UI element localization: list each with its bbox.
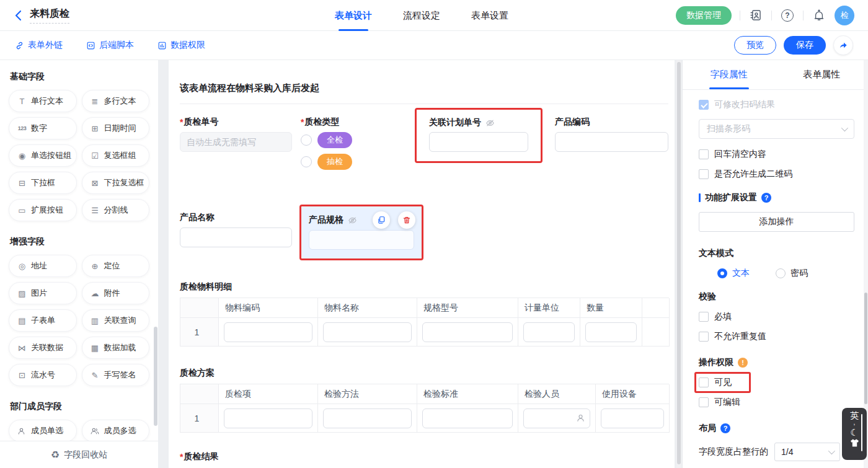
external-link-button[interactable]: 表单外链 [15, 40, 63, 51]
contact-book-icon[interactable] [748, 8, 763, 23]
radio-text-mode-password[interactable]: 密码 [776, 268, 808, 279]
canvas-scrollbar[interactable] [676, 60, 681, 468]
help-icon[interactable]: ? [761, 193, 771, 203]
related-query-icon: ▥ [91, 316, 100, 325]
share-button[interactable] [833, 35, 853, 55]
notification-bell-icon[interactable] [812, 8, 826, 23]
add-action-button[interactable]: 添加操作 [699, 212, 854, 232]
scan-mode-select[interactable]: 扫描条形码 [699, 119, 854, 139]
panel-scrollbar[interactable] [864, 60, 868, 468]
material-name-input[interactable] [323, 322, 412, 342]
back-button[interactable] [14, 10, 22, 21]
field-item-related-query[interactable]: ▥关联查询 [82, 309, 150, 332]
field-item-member-multi[interactable]: 成员多选 [82, 420, 150, 442]
field-item-signature[interactable]: ✎手写签名 [82, 364, 150, 386]
field-item-multi-select[interactable]: ⊠下拉复选框 [82, 172, 150, 194]
product-spec-input[interactable] [309, 230, 414, 250]
field-item-address[interactable]: ◎地址 [9, 255, 77, 277]
field-item-multi-text[interactable]: ≣多行文本 [82, 90, 150, 112]
spec-model-input[interactable] [422, 322, 513, 342]
field-item-extend-button[interactable]: ▭扩展按钮 [9, 199, 77, 221]
radio-sampling-inspection[interactable] [301, 156, 312, 167]
sidebar-scrollbar[interactable] [154, 327, 157, 426]
inspection-method-input[interactable] [323, 408, 412, 428]
inspection-no-input[interactable] [180, 132, 292, 152]
field-recycle-bin[interactable]: ♻ 字段回收站 [0, 441, 158, 468]
field-item-divider[interactable]: ☰分割线 [82, 199, 150, 221]
backend-script-button[interactable]: 后端脚本 [86, 40, 134, 51]
product-name-input[interactable] [180, 227, 292, 247]
field-item-select[interactable]: ⊟下拉框 [9, 172, 77, 194]
column-header: 质检项 [219, 384, 318, 404]
checkbox-checked-disabled[interactable] [699, 100, 709, 110]
field-item-data-load[interactable]: ▦数据加载 [82, 337, 150, 359]
help-icon[interactable]: ? [780, 8, 795, 23]
field-item-checkbox-group[interactable]: ☑复选框组 [82, 144, 150, 167]
field-item-datetime[interactable]: ⊞日期时间 [82, 117, 150, 139]
checkbox-editable[interactable]: 可编辑 [699, 397, 854, 408]
product-code-input[interactable] [555, 132, 668, 152]
field-item-image[interactable]: ▨图片 [9, 282, 77, 304]
field-item-radio-group[interactable]: ◉单选按钮组 [9, 144, 77, 167]
field-inspection-result[interactable]: *质检结果 合格 [180, 451, 675, 468]
tab-flow-setting[interactable]: 流程设定 [403, 0, 440, 31]
location-icon: ⊕ [91, 262, 100, 271]
copy-field-button[interactable] [373, 211, 390, 229]
single-text-icon: T [17, 97, 27, 106]
field-product-name[interactable]: 产品名称 [180, 205, 292, 247]
quantity-input[interactable] [585, 322, 637, 342]
field-width-select[interactable]: 1/4 [774, 443, 840, 461]
field-inspection-type[interactable]: *质检类型 全检 抽检 [301, 117, 403, 175]
field-product-spec-selected[interactable]: 产品规格 [301, 206, 422, 258]
radio-text-mode-text[interactable]: 文本 [717, 268, 750, 279]
section-text-mode: 文本模式 [699, 248, 854, 259]
divider [740, 11, 740, 20]
checkbox-clear-on-enter[interactable]: 回车清空内容 [699, 149, 854, 160]
tab-form-setting[interactable]: 表单设置 [471, 0, 508, 31]
ime-punctuation-indicator[interactable]: , [854, 420, 856, 425]
preview-button[interactable]: 预览 [734, 36, 776, 55]
tab-field-properties[interactable]: 字段属性 [683, 60, 776, 89]
inspection-standard-input[interactable] [422, 408, 513, 428]
field-item-location[interactable]: ⊕定位 [82, 255, 150, 277]
field-item-number[interactable]: 123数字 [9, 117, 77, 139]
option-badge-sampling[interactable]: 抽检 [317, 154, 352, 170]
unit-input[interactable] [523, 322, 575, 342]
checkbox-required[interactable]: 必填 [699, 311, 854, 322]
page-title[interactable]: 来料质检 [30, 7, 69, 24]
field-item-serial-number[interactable]: ⊡流水号 [9, 364, 77, 386]
delete-field-button[interactable] [398, 211, 415, 229]
equipment-input[interactable] [601, 408, 664, 428]
field-item-single-text[interactable]: T单行文本 [9, 90, 77, 112]
tab-form-properties[interactable]: 表单属性 [776, 60, 868, 89]
eye-off-icon [485, 118, 495, 128]
skin-shirt-icon[interactable] [850, 439, 859, 447]
save-button[interactable]: 保存 [784, 36, 826, 55]
field-item-related-data[interactable]: ⋈关联数据 [9, 337, 77, 359]
field-inspection-no[interactable]: *质检单号 [180, 117, 292, 152]
inspection-item-input[interactable] [224, 408, 312, 428]
related-plan-no-input[interactable] [429, 132, 528, 152]
checkbox-no-duplicate[interactable]: 不允许重复值 [699, 331, 854, 342]
field-related-plan-no[interactable]: 关联计划单号 [429, 117, 528, 152]
field-item-member-single[interactable]: 成员单选 [9, 420, 77, 442]
data-permission-button[interactable]: 数据权限 [157, 40, 205, 51]
column-header: 物料编码 [219, 298, 318, 318]
field-product-code[interactable]: 产品编码 [555, 117, 668, 152]
checkbox-allow-qrcode[interactable]: 是否允许生成二维码 [699, 169, 854, 180]
warning-icon: ! [738, 358, 748, 368]
help-icon[interactable]: ? [720, 423, 730, 433]
checkbox-visible[interactable]: 可见 [699, 377, 732, 388]
material-code-input[interactable] [224, 322, 312, 342]
option-badge-full[interactable]: 全检 [317, 132, 352, 148]
checkbox-modify-scan-result[interactable]: 可修改扫码结果 [699, 99, 854, 110]
user-avatar[interactable]: 检 [835, 6, 854, 25]
ime-status-widget[interactable]: 英 , ☾ [842, 408, 867, 460]
moon-icon[interactable]: ☾ [850, 426, 858, 439]
radio-full-inspection[interactable] [301, 135, 312, 146]
field-item-attachment[interactable]: ☁附件 [82, 282, 150, 304]
field-item-subform[interactable]: ▤子表单 [9, 309, 77, 332]
data-manage-button[interactable]: 数据管理 [676, 6, 732, 25]
inspection-plan-table: 质检项 检验方法 检验标准 检验人员 使用设备 1 [180, 384, 669, 433]
tab-form-design[interactable]: 表单设计 [335, 0, 372, 31]
